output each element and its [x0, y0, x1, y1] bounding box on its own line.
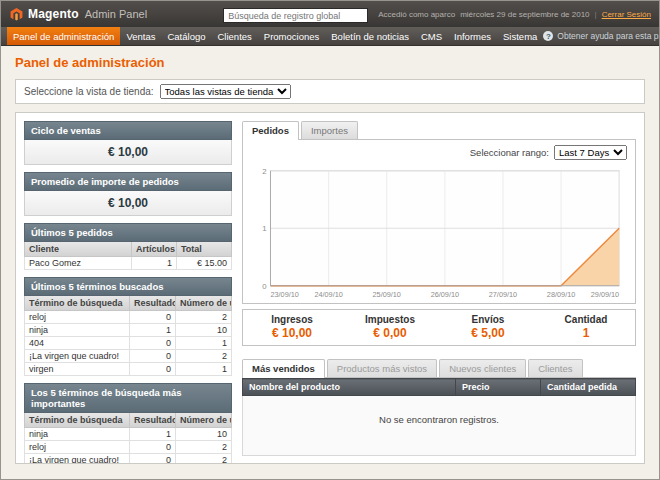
cell: 0 [130, 337, 176, 350]
nav-item-cms[interactable]: CMS [415, 27, 448, 45]
nav-item-panel-de-administracion[interactable]: Panel de administración [7, 27, 120, 45]
last-orders-box: Últimos 5 pedidos ClienteArtículosTotalP… [24, 223, 232, 270]
logged-in-as: Accedió como aparco [378, 10, 455, 19]
table-row[interactable]: reloj02 [25, 311, 232, 324]
top-search-box: Los 5 términos de búsqueda más important… [24, 383, 232, 464]
cell: ninja [25, 428, 130, 441]
table-header-row: ClienteArtículosTotal [25, 242, 232, 257]
cell: 1 [176, 337, 232, 350]
nav-item-ventas[interactable]: Ventas [120, 27, 161, 45]
data-table: Término de búsquedaResultadosNúmero de u… [24, 296, 232, 376]
svg-text:0: 0 [262, 282, 267, 291]
svg-text:23/09/10: 23/09/10 [270, 290, 298, 299]
empty-row: No se encontraron registros. [243, 396, 636, 456]
cell: 404 [25, 337, 130, 350]
cell: virgen [25, 363, 130, 376]
table-row[interactable]: Paco Gomez1€ 15.00 [25, 257, 232, 270]
brand-suffix: Admin Panel [85, 8, 147, 20]
logout-link[interactable]: Cerrar Sesión [602, 10, 651, 19]
column-header: Término de búsqueda [25, 413, 130, 428]
cell: Paco Gomez [25, 257, 132, 270]
stat-value: € 0,00 [341, 326, 439, 340]
help-link[interactable]: ? Obtener ayuda para esta página [543, 27, 660, 45]
range-selector: Seleccionar rango: Last 7 Days [251, 145, 627, 160]
nav-item-catalogo[interactable]: Catálogo [161, 27, 211, 45]
cell: 10 [176, 428, 232, 441]
cell: 2 [176, 350, 232, 363]
average-orders-value: € 10,00 [24, 191, 232, 216]
table-header-row: Término de búsquedaResultadosNúmero de u… [25, 413, 232, 428]
tab-productos-mas-vistos[interactable]: Productos más vistos [327, 359, 437, 377]
orders-chart: 01223/09/1024/09/1025/09/1026/09/1027/09… [251, 163, 627, 301]
cell: ¡La virgen que cuadro! [25, 454, 130, 465]
products-grid: Nombre del productoPrecioCantidad pedida… [242, 378, 636, 456]
tab-importes[interactable]: Importes [301, 121, 358, 139]
svg-text:24/09/10: 24/09/10 [314, 290, 342, 299]
svg-text:2: 2 [262, 167, 266, 176]
nav-item-sistema[interactable]: Sistema [497, 27, 543, 45]
nav-item-promociones[interactable]: Promociones [258, 27, 325, 45]
stat-value: 1 [537, 326, 635, 340]
cell: 1 [130, 428, 176, 441]
tab-clientes[interactable]: Clientes [528, 359, 582, 377]
column-header: Cliente [25, 242, 132, 257]
column-header: Cantidad pedida [541, 379, 636, 396]
tab-mas-vendidos[interactable]: Más vendidos [242, 359, 325, 378]
stat-label: Ingresos [243, 314, 341, 325]
cell: 2 [176, 441, 232, 454]
average-orders-box: Promedio de importe de pedidos € 10,00 [24, 172, 232, 216]
column-header: Nombre del producto [243, 379, 456, 396]
nav-item-clientes[interactable]: Clientes [212, 27, 258, 45]
column-header: Precio [456, 379, 541, 396]
tab-nuevos-clientes[interactable]: Nuevos clientes [439, 359, 526, 377]
help-label: Obtener ayuda para esta página [557, 31, 660, 41]
brand-name: Magento [28, 7, 79, 21]
empty-message: No se encontraron registros. [243, 396, 636, 456]
products-table: Nombre del productoPrecioCantidad pedida… [242, 378, 636, 456]
table-row[interactable]: 40401 [25, 337, 232, 350]
svg-text:25/09/10: 25/09/10 [373, 290, 401, 299]
cell: 0 [130, 350, 176, 363]
current-date: miércoles 29 de septiembre de 2010 [460, 10, 589, 19]
help-icon: ? [543, 31, 553, 41]
separator: | [595, 10, 597, 19]
range-select[interactable]: Last 7 Days [554, 145, 627, 160]
cell: 0 [130, 441, 176, 454]
cell: 1 [132, 257, 177, 270]
column-header: Resultados [130, 296, 176, 311]
store-view-label: Seleccione la vista de tienda: [24, 86, 154, 97]
lifetime-sales-box: Ciclo de ventas € 10,00 [24, 121, 232, 165]
cell: reloj [25, 441, 130, 454]
cell: 1 [130, 324, 176, 337]
column-header: Artículos [132, 242, 177, 257]
table-row[interactable]: ninja110 [25, 324, 232, 337]
column-header: Resultados [130, 413, 176, 428]
table-row[interactable]: ¡La virgen que cuadro!02 [25, 350, 232, 363]
cell: reloj [25, 311, 130, 324]
box-title: Últimos 5 pedidos [24, 223, 232, 242]
dashboard-right-column: PedidosImportes Seleccionar rango: Last … [242, 121, 636, 455]
last-orders-table: ClienteArtículosTotalPaco Gomez1€ 15.00 [24, 242, 232, 270]
tab-pedidos[interactable]: Pedidos [242, 121, 299, 140]
table-row[interactable]: ninja110 [25, 428, 232, 441]
grids-tabs: Más vendidosProductos más vistosNuevos c… [242, 359, 636, 378]
nav-item-informes[interactable]: Informes [448, 27, 497, 45]
table-row[interactable]: ¡La virgen que cuadro!02 [25, 454, 232, 465]
column-header: Término de búsqueda [25, 296, 130, 311]
dashboard-left-column: Ciclo de ventas € 10,00 Promedio de impo… [24, 121, 232, 455]
range-label: Seleccionar rango: [470, 147, 549, 158]
global-search [223, 5, 368, 24]
box-title: Los 5 términos de búsqueda más important… [24, 383, 232, 413]
store-view-select[interactable]: Todas las vistas de tienda [160, 84, 291, 99]
table-row[interactable]: virgen01 [25, 363, 232, 376]
main-nav: Panel de administraciónVentasCatálogoCli… [1, 27, 659, 46]
global-search-input[interactable] [223, 8, 368, 23]
nav-item-boletin-de-noticias[interactable]: Boletín de noticias [325, 27, 415, 45]
cell: € 15.00 [177, 257, 232, 270]
table-row[interactable]: reloj02 [25, 441, 232, 454]
stat-envios: Envíos€ 5,00 [439, 314, 537, 340]
column-header: Número de usos [176, 296, 232, 311]
page-title: Panel de administración [15, 55, 645, 70]
orders-area-chart: 01223/09/1024/09/1025/09/1026/09/1027/09… [251, 163, 627, 301]
svg-text:29/09/10: 29/09/10 [591, 290, 619, 299]
